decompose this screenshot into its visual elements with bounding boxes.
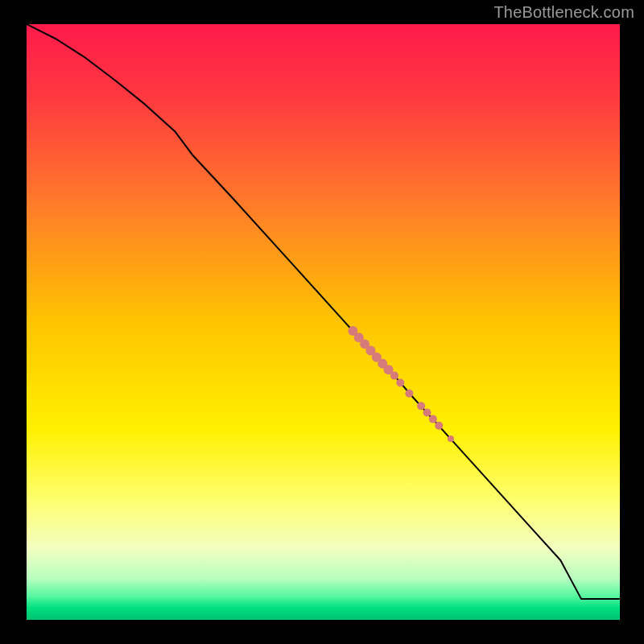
highlight-point bbox=[448, 436, 454, 442]
watermark-text: TheBottleneck.com bbox=[493, 3, 634, 22]
highlight-point bbox=[417, 402, 425, 410]
gradient-plot-background bbox=[27, 24, 620, 620]
highlight-point bbox=[396, 378, 404, 386]
highlight-point bbox=[429, 415, 437, 423]
highlight-point bbox=[423, 408, 431, 416]
highlight-point bbox=[405, 390, 413, 398]
highlight-point bbox=[435, 422, 443, 430]
chart-frame: TheBottleneck.com bbox=[0, 0, 644, 644]
highlight-point bbox=[390, 372, 398, 380]
chart-svg bbox=[0, 0, 644, 644]
